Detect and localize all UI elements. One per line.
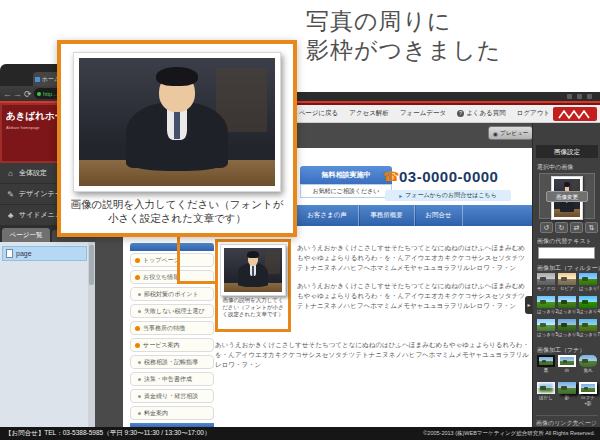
pencil-icon: ✎ <box>6 190 15 199</box>
page-list <box>0 242 95 427</box>
paragraph: あいうえおかきくけこさしすせそたちつてとなにぬねのはひふへほまみむめもやゃゆょよ… <box>215 340 529 370</box>
selected-image-label: 選択中の画像 <box>537 163 573 172</box>
filter-sharp6[interactable]: はっきり6 <box>558 319 576 338</box>
side-menu-item-consult[interactable]: 税務相談・記帳指導 <box>130 355 214 369</box>
side-menu-header <box>130 243 214 251</box>
alt-text-input[interactable] <box>538 247 595 259</box>
paragraph: あいうえおかきくけこさしすせそたちつてとなにぬねのはひふへほまみむめもやゃゆょよ… <box>297 281 525 311</box>
frame-white[interactable]: 白 <box>558 355 576 374</box>
filter-sharp2[interactable]: はっきり2 <box>537 296 555 315</box>
lock-icon <box>37 92 41 96</box>
rotate-left-icon[interactable]: ↺ <box>540 222 553 233</box>
side-menu-item-top[interactable]: トップページ <box>130 253 214 267</box>
frame-black[interactable]: 黒 <box>537 355 555 374</box>
bullet-icon <box>135 326 140 331</box>
side-menu-item-returns[interactable]: 決算・申告書作成 <box>130 372 214 386</box>
callout-connector-horizontal <box>177 281 218 284</box>
side-menu-item-features[interactable]: 当事務所の特徴 <box>130 321 214 335</box>
callout-connector-vertical <box>177 237 180 284</box>
filter-sharp5[interactable]: はっきり5 <box>537 319 555 338</box>
nav-item-office[interactable]: 事務所概要 <box>358 205 414 226</box>
bullet-icon <box>138 293 141 296</box>
arrow-right-icon: ▸ <box>399 192 402 199</box>
filter-sharp1[interactable]: はっきり! <box>579 273 597 292</box>
nav-spacer <box>462 205 532 226</box>
nav-item-voices[interactable]: お客さまの声 <box>295 205 358 226</box>
frame-shadow[interactable]: 影 <box>558 382 576 401</box>
side-menu-item-choose[interactable]: 失敗しない税理士選び <box>130 304 214 318</box>
zoom-callout-popup: 画像の説明を入力してください（フォントが小さく設定された文章です） <box>57 40 297 237</box>
footer-bar: 【お問合せ】TEL：03-5388-5985（平日 9:30〜11:30 / 1… <box>0 427 600 440</box>
toolbar-faq[interactable]: ? よくある質問 <box>457 109 506 118</box>
selected-image-thumb: 画像変更 <box>539 173 595 219</box>
tab-favicon-icon <box>35 77 40 82</box>
forward-icon[interactable]: → <box>13 90 22 99</box>
paragraph: あいうえおかきくけこさしすせそたちつてとなにぬねのはひふへほまみむめもやゃゆょよ… <box>297 243 525 273</box>
contact-form-link[interactable]: ▸ フォームからのお問合せはこちら <box>385 190 511 201</box>
filter-sharp3[interactable]: はっきり3 <box>558 296 576 315</box>
bullet-icon <box>138 310 141 313</box>
bullet-icon <box>135 343 140 348</box>
back-icon[interactable]: ← <box>3 90 12 99</box>
filter-mono[interactable]: モノクロ <box>537 273 555 292</box>
change-image-button[interactable]: 画像変更 <box>546 191 588 202</box>
tab-page-list[interactable]: ページ一覧 <box>2 228 50 242</box>
flip-horizontal-icon[interactable]: ⇄ <box>570 222 583 233</box>
panel-collapse-handle[interactable]: ▸ <box>525 296 533 314</box>
side-menu-item-pricing[interactable]: 料金案内 <box>130 406 214 420</box>
page-icon <box>6 249 13 258</box>
frame-white-shadow-selected[interactable]: 白フチ+影 <box>579 382 597 406</box>
side-menu-item-tax-points[interactable]: 節税対策のポイント <box>130 287 214 301</box>
page-list-item[interactable]: page <box>2 246 87 261</box>
filter-sharp7[interactable]: はっきり7 <box>579 319 597 338</box>
flip-vertical-icon[interactable]: ⇅ <box>585 222 598 233</box>
question-icon: ? <box>457 110 464 117</box>
bullet-icon <box>135 258 140 263</box>
alt-text-label: 画像の代替テキスト <box>537 237 592 246</box>
preview-button[interactable]: ◉ プレビュー <box>488 126 533 140</box>
content-text-below: あいうえおかきくけこさしすせそたちつてとなにぬねのはひふへほまみむめもやゃゆょよ… <box>215 340 529 370</box>
annotation-heading: 写真の周りに 影枠がつきました <box>306 7 501 65</box>
extension-icon[interactable] <box>577 94 582 99</box>
consult-banner[interactable]: 無料相談実施中 <box>300 166 392 184</box>
popup-image-caption: 画像の説明を入力してください（フォントが小さく設定された文章です） <box>69 197 285 225</box>
filter-sharp4[interactable]: はっきり4 <box>579 296 597 315</box>
home-icon: ⌂ <box>6 169 15 178</box>
content-photo <box>224 248 282 292</box>
side-menu-item-finance[interactable]: 資金繰り・経営相談 <box>130 389 214 403</box>
consult-banner-sub: お気軽にご相談ください <box>300 184 392 198</box>
panel-title: 画像設定 <box>536 145 598 158</box>
toolbar-access-analytics[interactable]: アクセス解析 <box>349 109 389 118</box>
phone-number: 03-0000-0000 <box>399 168 498 185</box>
eye-icon: ◉ <box>493 130 498 137</box>
image-caption: 画像の説明を入力してください（フォントが小さく設定された文章です） <box>218 296 288 319</box>
browser-chrome-strip <box>295 92 600 101</box>
extension-icon[interactable] <box>567 94 572 99</box>
nav-item-contact[interactable]: お問合せ <box>414 205 462 226</box>
bullet-icon <box>138 361 141 364</box>
frame-blur[interactable]: ぼかし <box>537 382 555 401</box>
rotate-right-icon[interactable]: ↻ <box>555 222 568 233</box>
bullet-icon <box>138 378 141 381</box>
image-settings-panel: 画像設定 選択中の画像 画像変更 ↺ ↻ ⇄ ⇅ 画像の代替テキスト 画像加工（… <box>532 123 600 427</box>
filter-section-label: 画像加工（フィルター） <box>537 264 600 273</box>
side-menu-item-services[interactable]: サービス案内 <box>130 338 214 352</box>
phone-icon: ☎ <box>383 169 399 184</box>
selected-image-block[interactable]: 画像の説明を入力してください（フォントが小さく設定された文章です） <box>215 239 291 332</box>
bullet-icon <box>138 412 141 415</box>
scrollbar-thumb[interactable] <box>89 245 94 285</box>
reload-icon[interactable]: ⟳ <box>24 90 32 99</box>
tree-icon: ♣ <box>6 211 15 220</box>
image-transform-tools: ↺ ↻ ⇄ ⇅ <box>540 222 598 233</box>
menu-icon[interactable] <box>587 94 592 99</box>
bullet-icon <box>135 275 140 280</box>
frame-rounded[interactable]: 角丸 <box>579 355 597 374</box>
toolbar-form-data[interactable]: フォームデータ <box>400 109 446 118</box>
bullet-icon <box>138 395 141 398</box>
toolbar-logout[interactable]: ログアウト <box>517 109 550 118</box>
footer-copyright: ©2005-2013 (株)WEBマーケティング総合研究所 All Rights… <box>423 430 595 437</box>
footer-contact: 【お問合せ】TEL：03-5388-5985（平日 9:30〜11:30 / 1… <box>5 429 210 438</box>
frame-section-label: 画像加工（フチ） <box>537 346 585 355</box>
filter-sepia[interactable]: セピア <box>558 273 576 292</box>
address-text: http... <box>43 91 57 97</box>
